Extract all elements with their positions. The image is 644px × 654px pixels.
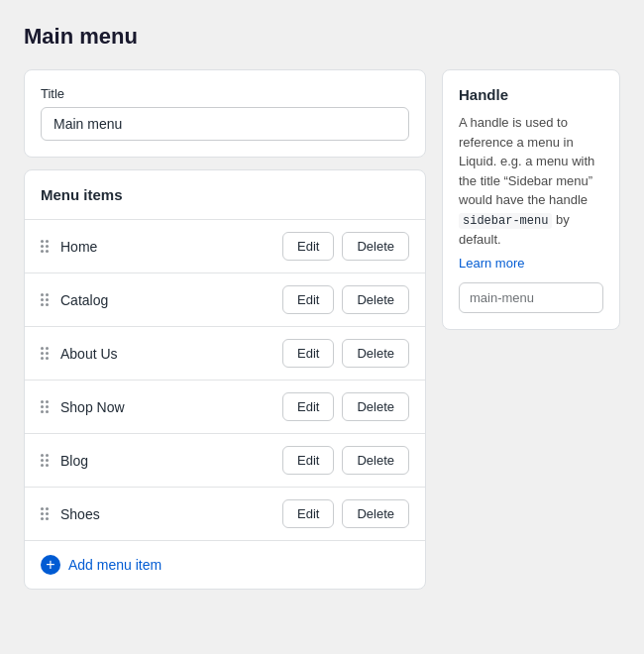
delete-button[interactable]: Delete [342, 499, 409, 528]
table-row: Blog Edit Delete [25, 434, 425, 488]
handle-desc-text1: A handle is used to reference a menu in … [459, 115, 594, 207]
drag-dots-icon [41, 507, 49, 520]
drag-dots-icon [41, 240, 49, 253]
menu-items-header: Menu items [25, 170, 425, 220]
delete-button[interactable]: Delete [342, 339, 409, 368]
handle-input[interactable] [459, 282, 603, 313]
delete-button[interactable]: Delete [342, 285, 409, 314]
edit-button[interactable]: Edit [282, 499, 334, 528]
drag-dots-icon [41, 347, 49, 360]
item-actions: Edit Delete [282, 285, 409, 314]
item-actions: Edit Delete [282, 339, 409, 368]
title-card: Title [24, 69, 426, 158]
delete-button[interactable]: Delete [342, 446, 409, 475]
drag-handle[interactable] [41, 240, 49, 253]
menu-items-card: Menu items Home Edit Delete [24, 169, 426, 590]
right-column: Handle A handle is used to reference a m… [442, 69, 620, 330]
drag-handle[interactable] [41, 454, 49, 467]
table-row: Home Edit Delete [25, 220, 425, 273]
menu-item-name: Blog [60, 453, 282, 469]
edit-button[interactable]: Edit [282, 339, 334, 368]
item-actions: Edit Delete [282, 392, 409, 421]
title-field-label: Title [41, 86, 409, 101]
table-row: About Us Edit Delete [25, 327, 425, 381]
page-title: Main menu [24, 24, 620, 50]
title-input[interactable] [41, 107, 409, 141]
drag-dots-icon [41, 400, 49, 413]
add-menu-item-button[interactable]: Add menu item [68, 557, 161, 573]
table-row: Shop Now Edit Delete [25, 381, 425, 434]
add-item-row: + Add menu item [25, 541, 425, 589]
delete-button[interactable]: Delete [342, 392, 409, 421]
handle-title: Handle [459, 86, 603, 103]
drag-handle[interactable] [41, 293, 49, 306]
add-icon: + [41, 555, 60, 575]
menu-item-name: Home [60, 239, 282, 255]
menu-item-name: About Us [60, 346, 282, 362]
table-row: Shoes Edit Delete [25, 488, 425, 541]
menu-item-name: Shop Now [60, 399, 282, 415]
learn-more-link[interactable]: Learn more [459, 256, 524, 271]
table-row: Catalog Edit Delete [25, 273, 425, 327]
edit-button[interactable]: Edit [282, 392, 334, 421]
drag-handle[interactable] [41, 507, 49, 520]
menu-item-name: Shoes [60, 506, 282, 522]
drag-handle[interactable] [41, 400, 49, 413]
edit-button[interactable]: Edit [282, 232, 334, 261]
main-layout: Title Menu items Home Edit Delete [24, 69, 620, 590]
edit-button[interactable]: Edit [282, 446, 334, 475]
item-actions: Edit Delete [282, 232, 409, 261]
item-actions: Edit Delete [282, 499, 409, 528]
left-column: Title Menu items Home Edit Delete [24, 69, 426, 590]
handle-card: Handle A handle is used to reference a m… [442, 69, 620, 330]
handle-code-example: sidebar-menu [459, 213, 552, 229]
drag-dots-icon [41, 293, 49, 306]
handle-description: A handle is used to reference a menu in … [459, 113, 603, 249]
drag-dots-icon [41, 454, 49, 467]
edit-button[interactable]: Edit [282, 285, 334, 314]
drag-handle[interactable] [41, 347, 49, 360]
delete-button[interactable]: Delete [342, 232, 409, 261]
item-actions: Edit Delete [282, 446, 409, 475]
menu-item-name: Catalog [60, 292, 282, 308]
